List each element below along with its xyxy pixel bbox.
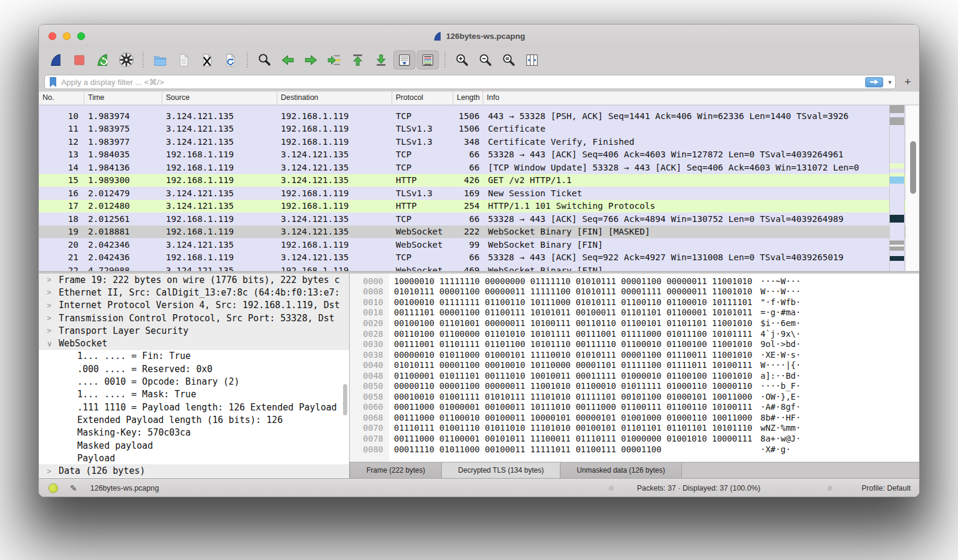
status-profile[interactable]: Profile: Default (862, 484, 911, 492)
auto-scroll-button[interactable] (393, 50, 416, 69)
packet-row[interactable]: 16 2.012479 3.124.121.135 192.168.1.119 … (39, 187, 919, 200)
zoom-in-button[interactable] (451, 50, 473, 69)
tree-chevron-icon[interactable]: ∨ (47, 339, 55, 348)
packet-row[interactable]: 14 1.984136 192.168.1.119 3.124.121.135 … (39, 161, 919, 174)
bytes-row[interactable]: 0060 00011000 01000001 00100011 10111010… (350, 402, 919, 413)
tree-chevron-icon[interactable]: > (47, 314, 55, 322)
find-packet-button[interactable] (253, 50, 275, 69)
detail-row[interactable]: Extended Payload length (16 bits): 126 (39, 413, 349, 426)
details-scrollbar-thumb[interactable] (343, 384, 347, 415)
go-last-packet-button[interactable] (370, 50, 392, 69)
go-to-packet-button[interactable] (323, 50, 345, 69)
bytes-row[interactable]: 0010 00100010 01111111 01100110 10111000… (350, 297, 919, 308)
packet-row[interactable]: 12 1.983977 3.124.121.135 192.168.1.119 … (39, 135, 919, 148)
close-file-button[interactable] (196, 50, 218, 69)
bytes-row[interactable]: 0058 00010010 01001111 01010111 11101010… (350, 391, 919, 402)
bytes-tab[interactable]: Frame (222 bytes) (350, 462, 442, 478)
bytes-row[interactable]: 0048 01100001 01011101 00111010 10010011… (350, 370, 919, 381)
bytes-row[interactable]: 0038 00000010 01011000 01000101 11110010… (350, 349, 919, 360)
expert-info-icon[interactable] (48, 483, 58, 493)
packet-row[interactable]: 17 2.012480 3.124.121.135 192.168.1.119 … (39, 200, 919, 213)
column-header-length[interactable]: Length (453, 92, 483, 105)
scrollbar-thumb[interactable] (910, 141, 916, 194)
packet-row[interactable]: 22 4.729088 3.124.121.135 192.168.1.119 … (39, 264, 919, 271)
tree-chevron-icon[interactable]: > (47, 301, 55, 310)
filter-dropdown-caret[interactable]: ▾ (888, 78, 892, 86)
bytes-row[interactable]: 0020 00100100 01101001 00000011 10100111… (350, 318, 919, 328)
save-file-button[interactable] (172, 50, 195, 69)
detail-row[interactable]: .111 1110 = Payload length: 126 Extended… (39, 401, 349, 413)
packet-row[interactable]: 15 1.989300 192.168.1.119 3.124.121.135 … (39, 174, 919, 187)
zoom-reset-button[interactable] (498, 50, 520, 69)
packet-list-scrollbar[interactable] (906, 105, 919, 271)
restart-capture-button[interactable] (92, 50, 114, 69)
column-header-info[interactable]: Info (483, 92, 919, 105)
detail-row[interactable]: Masking-Key: 570c03ca (39, 427, 349, 439)
start-capture-button[interactable] (45, 50, 67, 69)
bytes-row[interactable]: 0080 00011110 01011000 00100011 11111011… (350, 444, 919, 455)
bytes-row[interactable]: 0018 00111101 00001100 01100111 10101011… (350, 308, 919, 318)
display-filter-input[interactable]: Apply a display filter ... <⌘/> ▾ (44, 75, 896, 89)
bottom-panes: > Frame 19: 222 bytes on wire (1776 bits… (39, 273, 919, 478)
tree-chevron-icon[interactable]: > (47, 275, 55, 284)
bytes-row[interactable]: 0068 00111000 01100010 00100011 10000101… (350, 412, 919, 423)
detail-row[interactable]: > Transmission Control Protocol, Src Por… (39, 312, 349, 324)
packet-row[interactable]: 10 1.983974 3.124.121.135 192.168.1.119 … (39, 109, 919, 123)
close-window-button[interactable] (48, 32, 56, 40)
bytes-row[interactable]: 0000 10000010 11111110 00000000 01111110… (350, 276, 919, 287)
bookmark-icon[interactable] (48, 77, 57, 87)
open-file-button[interactable] (149, 50, 171, 69)
stop-capture-button[interactable] (68, 50, 90, 69)
packet-minimap[interactable] (889, 105, 905, 271)
bytes-row[interactable]: 0070 01110111 01001110 01011010 11101010… (350, 423, 919, 434)
detail-row[interactable]: > Transport Layer Security (39, 324, 349, 337)
add-filter-button[interactable]: + (902, 75, 914, 89)
bytes-row[interactable]: 0040 01010111 00001100 00010010 10110000… (350, 360, 919, 370)
packet-row[interactable]: 21 2.042436 192.168.1.119 3.124.121.135 … (39, 251, 919, 264)
packet-row[interactable]: 11 1.983975 3.124.121.135 192.168.1.119 … (39, 123, 919, 136)
detail-row[interactable]: .... 0010 = Opcode: Binary (2) (39, 375, 349, 388)
column-header-time[interactable]: Time (84, 92, 162, 105)
column-header-source[interactable]: Source (162, 92, 277, 105)
go-first-packet-button[interactable] (347, 50, 369, 69)
column-header-no[interactable]: No. (39, 92, 84, 105)
zoom-out-button[interactable] (474, 50, 496, 69)
column-header-destination[interactable]: Destination (277, 92, 392, 105)
minimize-window-button[interactable] (63, 32, 71, 40)
detail-row[interactable]: Payload (39, 452, 349, 464)
detail-row[interactable]: 1... .... = Fin: True (39, 350, 349, 363)
bytes-row[interactable]: 0030 00111001 01101111 01101100 10101110… (350, 339, 919, 349)
packet-row[interactable]: 19 2.018881 192.168.1.119 3.124.121.135 … (39, 226, 919, 239)
detail-row[interactable]: 1... .... = Mask: True (39, 388, 349, 401)
go-forward-button[interactable] (300, 50, 322, 69)
resize-columns-button[interactable] (521, 50, 543, 69)
capture-options-button[interactable] (115, 50, 137, 69)
tree-chevron-icon[interactable]: > (47, 326, 55, 335)
packet-row[interactable]: 18 2.012561 192.168.1.119 3.124.121.135 … (39, 212, 919, 226)
bytes-row[interactable]: 0078 00111000 01100001 00101011 11100011… (350, 433, 919, 444)
bytes-tab[interactable]: Unmasked data (126 bytes) (560, 462, 681, 478)
bytes-row[interactable]: 0050 00000110 00001100 00000011 11001010… (350, 381, 919, 391)
bytes-row[interactable]: 0008 01010111 00001100 00000011 11111100… (350, 287, 919, 297)
detail-row[interactable]: > Internet Protocol Version 4, Src: 192.… (39, 299, 349, 312)
detail-row[interactable]: > Data (126 bytes) (39, 464, 349, 477)
partial-packet-row[interactable] (39, 105, 919, 109)
zoom-window-button[interactable] (77, 32, 85, 40)
tree-chevron-icon[interactable]: > (47, 288, 55, 297)
capture-comment-icon[interactable]: ✎ (70, 483, 77, 493)
bytes-row[interactable]: 0028 00110100 01100000 01101010 10101111… (350, 328, 919, 339)
detail-row[interactable]: Masked payload (39, 439, 349, 452)
detail-row[interactable]: > Ethernet II, Src: CalDigit_13:e7:8c (6… (39, 286, 349, 299)
column-header-protocol[interactable]: Protocol (392, 92, 453, 105)
packet-row[interactable]: 13 1.984035 192.168.1.119 3.124.121.135 … (39, 148, 919, 162)
detail-row[interactable]: .000 .... = Reserved: 0x0 (39, 363, 349, 375)
detail-row[interactable]: ∨ WebSocket (39, 337, 349, 349)
tree-chevron-icon[interactable]: > (47, 467, 55, 476)
go-back-button[interactable] (277, 50, 299, 69)
detail-row[interactable]: > Frame 19: 222 bytes on wire (1776 bits… (39, 273, 349, 286)
reload-file-button[interactable] (219, 50, 241, 69)
colorize-button[interactable] (417, 50, 439, 69)
apply-filter-button[interactable] (865, 77, 883, 87)
bytes-tab[interactable]: Decrypted TLS (134 bytes) (442, 462, 560, 478)
packet-row[interactable]: 20 2.042346 3.124.121.135 192.168.1.119 … (39, 238, 919, 251)
